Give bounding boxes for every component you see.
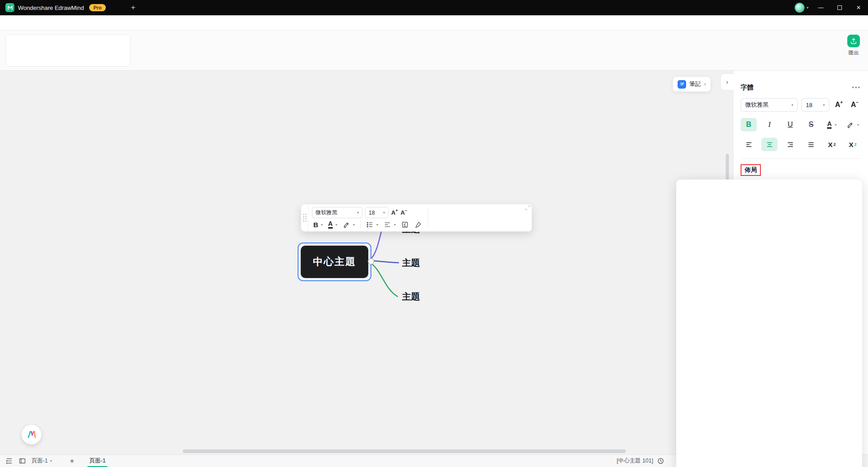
close-button[interactable]: ✕ (849, 0, 868, 15)
vertical-scrollbar[interactable] (726, 154, 729, 180)
highlight-button[interactable]: ▾ (845, 118, 861, 131)
font-section-title: 字體 (741, 83, 754, 92)
italic-button[interactable]: I (761, 118, 778, 131)
decrease-font-button[interactable]: A− (849, 101, 861, 109)
decrease-font-button[interactable]: A− (401, 209, 407, 216)
titlebar-right: ▾ — ✕ (795, 0, 868, 15)
sidebar-collapse-button[interactable]: › (720, 73, 733, 90)
titlebar: Wondershare EdrawMind Pro + ▾ — ✕ (0, 0, 868, 15)
ribbon: 匯出 (0, 31, 868, 71)
page-tab-active[interactable]: 頁面-1 (86, 455, 109, 467)
font-size-select[interactable]: 18▾ (365, 207, 389, 218)
drag-handle[interactable] (301, 204, 308, 231)
chevron-left-icon[interactable]: ‹ (704, 81, 706, 87)
branch-handle[interactable] (368, 258, 374, 265)
app-logo-icon (5, 3, 14, 12)
pro-badge: Pro (89, 4, 105, 11)
underline-button[interactable]: U (782, 118, 798, 131)
font-family-select[interactable]: 微软雅黑▾ (741, 98, 798, 112)
export-label: 匯出 (849, 49, 859, 56)
align-right-button[interactable] (782, 138, 798, 151)
strikethrough-button[interactable]: S (803, 118, 819, 131)
avatar[interactable] (795, 3, 805, 13)
notes-icon (678, 80, 686, 89)
more-options-icon[interactable]: ••• (852, 84, 861, 91)
align-button[interactable]: ▾ (382, 221, 397, 229)
history-clock-icon[interactable] (657, 457, 665, 465)
horizontal-scrollbar[interactable] (183, 449, 626, 453)
increase-font-button[interactable]: A+ (833, 101, 845, 109)
highlight-button[interactable]: ▾ (341, 221, 356, 229)
fit-window-icon[interactable] (18, 457, 26, 465)
mode-switcher (5, 34, 131, 67)
ai-assistant-button[interactable] (22, 425, 41, 445)
expand-corner-icon[interactable] (525, 206, 530, 210)
topic-node[interactable]: 主題 (402, 291, 420, 303)
export-icon (847, 35, 860, 47)
layout-section-label[interactable]: 佈局 (741, 164, 761, 176)
canvas-notes-button[interactable]: 筆記 ‹ (673, 76, 711, 92)
subscript-button[interactable]: X2 (845, 138, 861, 151)
floating-toolbar-actions (429, 204, 436, 231)
topic-node[interactable]: 主題 (402, 257, 420, 269)
canvas[interactable]: 主題 中心主題 主題 主題 筆記 ‹ (0, 71, 733, 454)
align-center-button[interactable] (761, 138, 778, 151)
font-color-button[interactable]: A▾ (327, 220, 339, 229)
font-size-select[interactable]: 18▾ (801, 98, 829, 112)
avatar-caret-icon[interactable]: ▾ (806, 5, 809, 10)
new-tab-button[interactable]: + (131, 3, 136, 12)
topic-count: [中心主題 101] (617, 457, 653, 465)
align-left-button[interactable] (741, 138, 757, 151)
bold-button[interactable]: B (741, 118, 757, 131)
task-button[interactable] (400, 221, 410, 229)
bold-button[interactable]: B▾ (312, 221, 324, 229)
quick-toolbar (0, 15, 868, 31)
maximize-button[interactable] (830, 0, 849, 15)
justify-button[interactable] (803, 138, 819, 151)
notes-label: 筆記 (689, 80, 701, 88)
layout-picker-popup (676, 180, 862, 467)
floating-format-toolbar: 微软雅黑▾ 18▾ A+ A− B▾ A▾ ▾ ▾ ▾ (301, 204, 532, 232)
chevron-down-icon: ▾ (50, 459, 52, 463)
list-button[interactable]: ▾ (365, 221, 380, 229)
increase-font-button[interactable]: A+ (391, 209, 398, 216)
central-topic-node[interactable]: 中心主題 (301, 246, 368, 278)
format-painter-button[interactable] (413, 221, 423, 229)
font-color-button[interactable]: A▾ (824, 118, 840, 131)
superscript-button[interactable]: X2 (824, 138, 840, 151)
page-selector[interactable]: 頁面-1▾ (32, 457, 52, 465)
floating-toolbar-left: 微软雅黑▾ 18▾ A+ A− B▾ A▾ ▾ ▾ ▾ (308, 204, 427, 231)
font-family-select[interactable]: 微软雅黑▾ (312, 207, 362, 218)
minimize-button[interactable]: — (811, 0, 830, 15)
outline-view-icon[interactable] (5, 457, 13, 465)
add-page-button[interactable]: + (70, 457, 74, 465)
app-name: Wondershare EdrawMind (18, 4, 84, 11)
export-button[interactable]: 匯出 (847, 35, 860, 56)
